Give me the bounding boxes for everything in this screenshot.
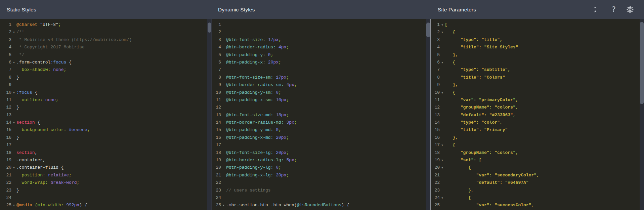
code-line[interactable]: 20▾ { [431, 164, 644, 171]
code-text[interactable]: .container, [16, 157, 45, 164]
code-text[interactable]: section { [16, 119, 40, 126]
code-text[interactable]: @btn-font-size-lg: 20px; [226, 149, 289, 157]
code-text[interactable]: .form-control:focus { [16, 59, 72, 66]
code-line[interactable]: 3 * Mobirise v4 theme (https://mobirise.… [3, 36, 212, 44]
fold-arrow-icon[interactable]: ▾ [11, 89, 16, 96]
code-text[interactable]: "title": "Primary" [445, 126, 508, 134]
code-line[interactable]: 10▾:focus { [3, 89, 212, 96]
code-text[interactable]: "var": "primaryColor", [445, 96, 518, 104]
fold-arrow-icon[interactable]: ▾ [440, 59, 445, 66]
code-text[interactable]: box-shadow: none; [16, 66, 66, 74]
code-text[interactable]: .container-fluid { [16, 164, 63, 171]
code-line[interactable]: 24▾ { [431, 194, 644, 202]
code-text[interactable]: /*! [16, 29, 24, 36]
code-line[interactable]: 6▾ { [431, 59, 644, 66]
code-text[interactable]: @btn-padding-y: 0; [226, 51, 273, 59]
code-text[interactable]: }, [445, 134, 458, 141]
code-line[interactable]: 11@btn-padding-x-sm: 10px; [212, 96, 430, 104]
fold-arrow-icon[interactable]: ▾ [11, 59, 16, 66]
code-text[interactable]: { [445, 194, 471, 202]
code-text[interactable]: */ [16, 51, 24, 59]
code-line[interactable]: 25 "var": "successColor", [431, 202, 644, 209]
code-text[interactable]: }, [445, 187, 474, 194]
code-text[interactable]: "var": "secondaryColor", [445, 172, 539, 179]
code-line[interactable]: 21 "var": "secondaryColor", [431, 172, 644, 179]
code-text[interactable]: @btn-border-radius-md: 3px; [226, 119, 297, 126]
scrollbar-track[interactable] [640, 19, 644, 210]
code-line[interactable]: 13 [3, 112, 212, 119]
code-text[interactable]: } [16, 187, 19, 194]
code-line[interactable]: 2▾ { [431, 29, 644, 36]
code-line[interactable]: 25▾.mbr-section-btn .btn when(@isRounded… [212, 202, 430, 209]
code-text[interactable]: @btn-padding-y-sm: 0; [226, 89, 281, 96]
code-line[interactable]: 20@btn-padding-y-lg: 0; [212, 164, 430, 171]
code-line[interactable]: 21 position: relative; [3, 172, 212, 179]
code-text[interactable]: } [16, 134, 19, 141]
code-line[interactable]: 20▾.container-fluid { [3, 164, 212, 171]
code-line[interactable]: 13 "default": "#233D63", [431, 112, 644, 119]
code-text[interactable]: word-wrap: break-word; [16, 179, 79, 186]
code-text[interactable]: @btn-padding-x: 20px; [226, 59, 281, 66]
code-line[interactable]: 17 [212, 141, 430, 149]
code-text[interactable]: background-color: #eeeeee; [16, 126, 90, 134]
code-line[interactable]: 24 [212, 194, 430, 202]
code-text[interactable]: }, [445, 51, 458, 59]
code-line[interactable]: 6▾.form-control:focus { [3, 59, 212, 66]
code-text[interactable]: "default": "#64697A" [445, 179, 529, 186]
code-line[interactable]: 12 "groupName": "colors", [431, 104, 644, 111]
code-line[interactable]: 12 [212, 104, 430, 111]
code-line[interactable]: 23} [3, 187, 212, 194]
scrollbar-track[interactable] [207, 19, 212, 210]
fold-arrow-icon[interactable]: ▾ [440, 21, 445, 29]
code-text[interactable]: "default": "#233D63", [445, 112, 516, 119]
code-text[interactable]: @btn-padding-y-md: 0; [226, 126, 281, 134]
fold-arrow-icon[interactable]: ▾ [440, 141, 445, 149]
code-line[interactable]: 16@btn-padding-x-md: 20px; [212, 134, 430, 141]
scrollbar-thumb[interactable] [426, 23, 430, 37]
code-area-static-styles[interactable]: 1@charset "UTF-8";2▾/*!3 * Mobirise v4 t… [0, 19, 212, 209]
code-line[interactable]: 14 "type": "color", [431, 119, 644, 126]
code-line[interactable]: 22 [212, 179, 430, 186]
code-line[interactable]: 18@btn-font-size-lg: 20px; [212, 149, 430, 157]
help-button[interactable]: ? [612, 6, 616, 13]
scrollbar-thumb[interactable] [208, 23, 211, 33]
fold-arrow-icon[interactable]: ▾ [11, 119, 16, 126]
code-line[interactable]: 18 "groupName": "colors", [431, 149, 644, 157]
fold-arrow-icon[interactable]: ▾ [11, 164, 16, 171]
fold-arrow-icon[interactable]: ▾ [11, 202, 16, 209]
code-text[interactable]: @btn-padding-y-lg: 0; [226, 164, 281, 171]
code-text[interactable]: [ [445, 21, 447, 29]
fold-arrow-icon[interactable]: ▾ [440, 194, 445, 202]
code-text[interactable]: .mbr-section-btn .btn when(@isRoundedBut… [226, 202, 349, 209]
code-line[interactable]: 19@btn-border-radius-lg: 5px; [212, 157, 430, 164]
code-area-site-parameters[interactable]: 1▾[2▾ {3 "type": "title",4 "title": "Sit… [431, 19, 644, 209]
code-text[interactable]: @btn-font-size: 17px; [226, 36, 281, 44]
settings-button[interactable] [626, 5, 634, 14]
code-text[interactable]: { [445, 89, 455, 96]
code-text[interactable]: @btn-border-radius-sm: 4px; [226, 81, 297, 89]
code-line[interactable]: 6@btn-padding-x: 20px; [212, 59, 430, 66]
code-line[interactable]: 16 }, [431, 134, 644, 141]
code-text[interactable]: @media (min-width: 992px) { [16, 202, 87, 209]
code-line[interactable]: 13@btn-font-size-md: 18px; [212, 112, 430, 119]
code-line[interactable]: 18section, [3, 149, 212, 157]
code-line[interactable]: 4 "title": "Site Styles" [431, 44, 644, 51]
code-line[interactable]: 23// users settings [212, 187, 430, 194]
scrollbar-track[interactable] [426, 19, 430, 210]
code-line[interactable]: 25▾@media (min-width: 992px) { [3, 202, 212, 209]
code-text[interactable]: { [445, 164, 471, 171]
code-line[interactable]: 1 [212, 21, 430, 29]
code-line[interactable]: 5@btn-padding-y: 0; [212, 51, 430, 59]
code-line[interactable]: 9 }, [431, 81, 644, 89]
code-text[interactable]: "set": [ [445, 157, 481, 164]
code-line[interactable]: 1@charset "UTF-8"; [3, 21, 212, 29]
code-text[interactable]: } [16, 104, 19, 111]
code-line[interactable]: 5 }, [431, 51, 644, 59]
code-line[interactable]: 21@btn-padding-x-lg: 20px; [212, 172, 430, 179]
code-line[interactable]: 7 box-shadow: none; [3, 66, 212, 74]
code-text[interactable]: @btn-padding-x-lg: 20px; [226, 172, 289, 179]
restore-button[interactable] [594, 6, 602, 13]
code-text[interactable]: * Copyright 2017 Mobirise [16, 44, 85, 51]
code-text[interactable]: @charset "UTF-8"; [16, 21, 61, 29]
code-line[interactable]: 15 "title": "Primary" [431, 126, 644, 134]
